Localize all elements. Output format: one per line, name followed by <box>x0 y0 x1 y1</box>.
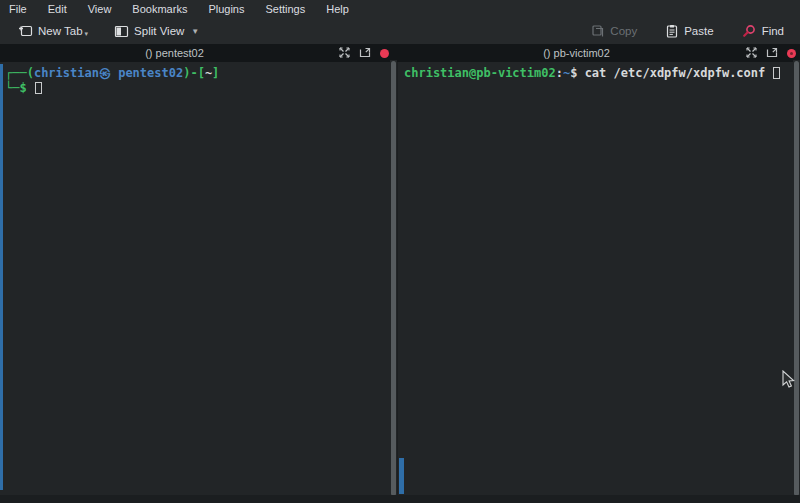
left-pane-scrollbar[interactable] <box>390 60 397 497</box>
menu-plugins[interactable]: Plugins <box>208 3 244 15</box>
terminal-cursor <box>35 82 42 94</box>
pane-header-bar: () pentest02 () pb-victim02 <box>0 44 800 62</box>
left-pane-title: () pentest02 <box>0 47 349 59</box>
menu-bookmarks[interactable]: Bookmarks <box>132 3 187 15</box>
prompt-line: christian@pb-victim02:~$ cat /etc/xdpfw/… <box>404 66 791 81</box>
prompt-line: └─$ <box>5 81 389 96</box>
menu-file[interactable]: File <box>9 3 27 15</box>
paste-button[interactable]: Paste <box>659 21 719 41</box>
find-button[interactable]: Find <box>736 21 790 41</box>
copy-label: Copy <box>610 25 637 37</box>
copy-button[interactable]: Copy <box>585 21 643 41</box>
split-view-label: Split View <box>134 25 184 37</box>
left-pane-accent-bar <box>0 64 3 490</box>
prompt-line: ┌──(christian㉿ pentest02)-[~] <box>5 66 389 81</box>
window-bottom-edge <box>0 495 800 503</box>
detach-view-icon[interactable] <box>359 44 371 62</box>
right-pane-accent-bar <box>399 458 404 494</box>
new-tab-dropdown-caret[interactable]: ▾ <box>85 30 89 38</box>
split-view-button[interactable]: Split View ▼ <box>108 22 205 41</box>
menu-bar: File Edit View Bookmarks Plugins Setting… <box>0 0 800 18</box>
toolbar: New Tab ▾ Split View ▼ <box>0 18 800 44</box>
close-split-button[interactable] <box>787 49 796 58</box>
pane-divider[interactable] <box>397 62 398 495</box>
paste-label: Paste <box>684 25 713 37</box>
scrollbar-thumb[interactable] <box>391 61 396 496</box>
split-view-chevron-icon: ▼ <box>191 27 199 36</box>
new-tab-label: New Tab <box>38 25 83 37</box>
new-tab-button[interactable]: New Tab ▾ <box>12 21 94 41</box>
expand-view-icon[interactable] <box>339 44 350 62</box>
right-pane-scrollbar[interactable] <box>793 60 800 497</box>
scrollbar-thumb[interactable] <box>794 61 799 496</box>
terminal-right[interactable]: christian@pb-victim02:~$ cat /etc/xdpfw/… <box>398 62 793 495</box>
expand-view-icon[interactable] <box>746 44 757 62</box>
paste-icon <box>665 24 679 38</box>
find-label: Find <box>762 25 784 37</box>
left-pane-header[interactable]: () pentest02 <box>0 44 393 62</box>
close-split-button[interactable] <box>380 49 389 58</box>
new-tab-icon <box>18 24 33 38</box>
menu-edit[interactable]: Edit <box>48 3 67 15</box>
copy-icon <box>591 24 605 38</box>
menu-help[interactable]: Help <box>326 3 349 15</box>
menu-settings[interactable]: Settings <box>265 3 305 15</box>
detach-view-icon[interactable] <box>766 44 778 62</box>
terminal-cursor <box>773 67 780 79</box>
find-icon <box>742 24 757 38</box>
konsole-window: File Edit View Bookmarks Plugins Setting… <box>0 0 800 503</box>
mouse-pointer <box>781 370 795 393</box>
split-view-icon <box>114 25 129 38</box>
right-pane-title: () pb-victim02 <box>397 47 756 59</box>
right-pane-header[interactable]: () pb-victim02 <box>397 44 800 62</box>
menu-view[interactable]: View <box>88 3 112 15</box>
terminal-left[interactable]: ┌──(christian㉿ pentest02)-[~] └─$ <box>0 62 391 495</box>
